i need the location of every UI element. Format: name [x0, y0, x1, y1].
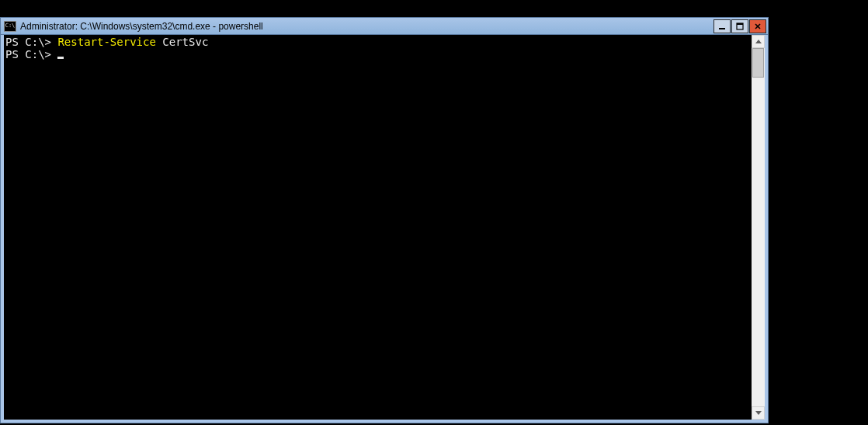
prompt: PS C:\> [5, 48, 57, 60]
scroll-thumb[interactable] [752, 48, 764, 78]
maximize-button[interactable] [731, 19, 748, 33]
window-controls [713, 19, 766, 33]
scroll-up-button[interactable] [752, 35, 765, 48]
cmd-window: C:\ Administrator: C:\Windows\system32\c… [0, 17, 769, 423]
prompt: PS C:\> [5, 36, 57, 48]
svg-rect-0 [719, 28, 725, 29]
window-title: Administrator: C:\Windows\system32\cmd.e… [20, 21, 713, 32]
cmd-icon: C:\ [4, 21, 16, 32]
cursor [57, 57, 64, 59]
scroll-down-button[interactable] [752, 406, 765, 420]
close-button[interactable] [749, 19, 766, 33]
command-arg: CertSvc [156, 36, 208, 48]
svg-marker-5 [755, 40, 762, 43]
vertical-scrollbar[interactable] [752, 35, 765, 420]
svg-rect-2 [737, 23, 743, 25]
window-body: PS C:\> Restart-Service CertSvcPS C:\> [1, 35, 768, 423]
svg-marker-6 [755, 411, 762, 415]
minimize-button[interactable] [713, 19, 731, 33]
titlebar[interactable]: C:\ Administrator: C:\Windows\system32\c… [1, 18, 768, 35]
scroll-track[interactable] [752, 48, 765, 406]
command-name: Restart-Service [57, 36, 155, 48]
terminal-area[interactable]: PS C:\> Restart-Service CertSvcPS C:\> [4, 35, 752, 420]
terminal-line: PS C:\> [5, 48, 750, 60]
terminal-line: PS C:\> Restart-Service CertSvc [5, 36, 750, 48]
